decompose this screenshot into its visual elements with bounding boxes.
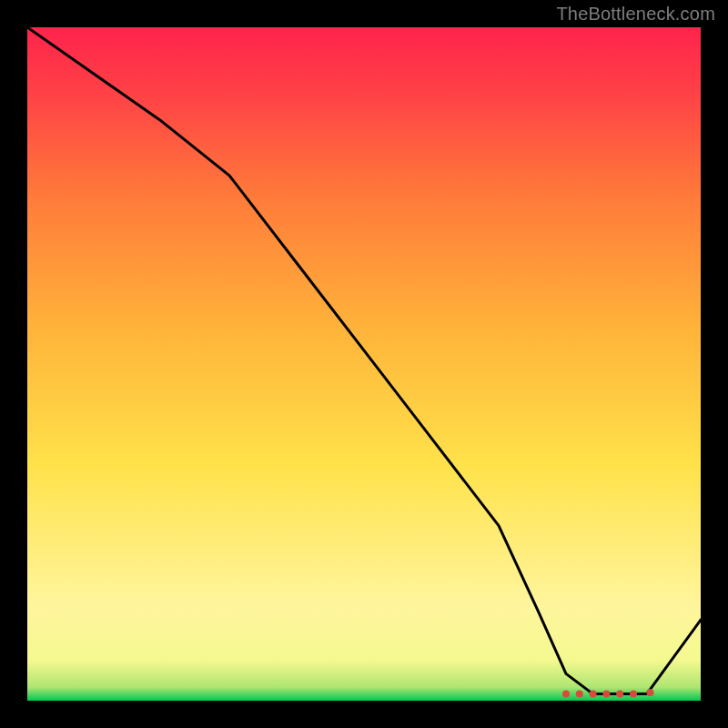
chart-svg xyxy=(27,27,701,701)
marker-point xyxy=(562,691,570,698)
watermark-label: TheBottleneck.com xyxy=(556,4,715,25)
marker-point xyxy=(647,689,654,696)
marker-point xyxy=(616,691,623,698)
marker-point xyxy=(590,691,597,698)
marker-point xyxy=(630,691,637,698)
marker-point xyxy=(576,691,583,698)
plot-area xyxy=(27,27,701,701)
chart-stage: TheBottleneck.com xyxy=(0,0,728,728)
chart-background xyxy=(27,27,701,701)
marker-point xyxy=(602,691,610,698)
